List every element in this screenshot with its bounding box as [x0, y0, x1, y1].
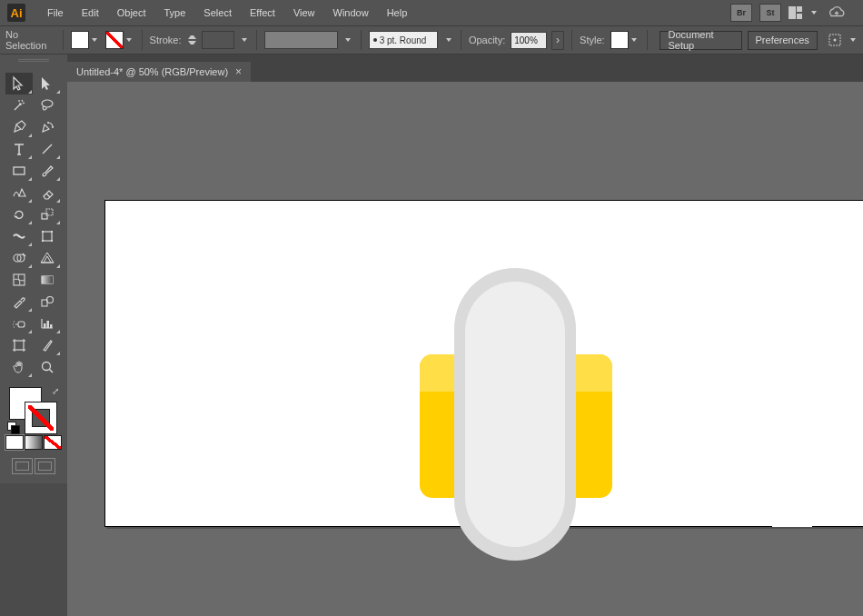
- variable-width-profile[interactable]: 3 pt. Round: [369, 31, 439, 49]
- arrange-documents-icon[interactable]: [789, 5, 819, 21]
- document-setup-button[interactable]: Document Setup: [660, 31, 741, 50]
- svg-point-12: [18, 235, 21, 238]
- width-tool[interactable]: [5, 225, 33, 247]
- screen-mode-button[interactable]: [35, 458, 55, 474]
- svg-rect-13: [43, 232, 52, 241]
- chevron-down-icon: [629, 32, 640, 48]
- color-mode-button[interactable]: [5, 435, 24, 450]
- selection-status: No Selection: [5, 29, 55, 51]
- graphic-style-swatch[interactable]: [610, 31, 640, 49]
- stroke-weight-stepper[interactable]: [188, 32, 196, 48]
- preferences-button[interactable]: Preferences: [748, 31, 818, 50]
- stroke-weight-field[interactable]: [202, 31, 233, 49]
- app-logo: Ai: [7, 4, 25, 22]
- stroke-profile-label: 3 pt. Round: [380, 35, 427, 45]
- rotate-tool[interactable]: [5, 204, 33, 225]
- svg-rect-16: [42, 240, 44, 242]
- style-label: Style:: [580, 35, 605, 45]
- eraser-tool[interactable]: [34, 182, 61, 204]
- direct-selection-tool[interactable]: [34, 73, 61, 94]
- svg-rect-29: [15, 341, 24, 350]
- document-tab-bar: Untitled-4* @ 50% (RGB/Preview) ×: [67, 55, 863, 82]
- curvature-tool[interactable]: [34, 116, 61, 138]
- gradient-mode-button[interactable]: [25, 435, 43, 450]
- symbol-sprayer-tool[interactable]: [5, 313, 33, 334]
- column-graph-tool[interactable]: [34, 313, 61, 334]
- artwork-pill-inner: [465, 282, 565, 547]
- line-segment-tool[interactable]: [34, 138, 61, 160]
- screen-mode-row: [0, 451, 67, 483]
- menu-file[interactable]: File: [38, 0, 73, 25]
- paintbrush-tool[interactable]: [34, 160, 61, 182]
- menu-help[interactable]: Help: [378, 0, 417, 25]
- chevron-down-icon[interactable]: [443, 32, 453, 48]
- menu-select[interactable]: Select: [194, 0, 241, 25]
- opacity-label: Opacity:: [469, 35, 505, 45]
- pen-tool[interactable]: [5, 116, 33, 138]
- canvas-area[interactable]: [67, 82, 863, 616]
- stroke-color-box[interactable]: [25, 402, 57, 434]
- svg-rect-15: [51, 231, 53, 233]
- fill-stroke-control[interactable]: ⤢: [6, 385, 61, 432]
- svg-point-6: [47, 122, 49, 124]
- free-transform-tool[interactable]: [34, 225, 61, 247]
- document-tab-title: Untitled-4* @ 50% (RGB/Preview): [76, 66, 228, 77]
- menu-view[interactable]: View: [284, 0, 324, 25]
- svg-point-7: [52, 126, 54, 128]
- shape-builder-tool[interactable]: [5, 247, 33, 269]
- color-mode-row: [0, 434, 67, 451]
- control-bar: No Selection Stroke: 3 pt. Round Opacity…: [0, 25, 863, 55]
- chevron-down-icon[interactable]: [848, 32, 858, 48]
- gradient-tool[interactable]: [34, 269, 61, 291]
- chevron-down-icon: [808, 5, 819, 21]
- eyedropper-tool[interactable]: [5, 291, 33, 313]
- mesh-tool[interactable]: [5, 269, 33, 291]
- sync-settings-icon[interactable]: [827, 5, 847, 20]
- slice-tool[interactable]: [34, 334, 61, 356]
- svg-rect-27: [47, 321, 50, 328]
- scale-tool[interactable]: [34, 204, 61, 225]
- svg-rect-0: [789, 6, 796, 19]
- magic-wand-tool[interactable]: [5, 94, 33, 116]
- selection-tool[interactable]: [5, 73, 33, 94]
- menu-edit[interactable]: Edit: [73, 0, 108, 25]
- menu-type[interactable]: Type: [155, 0, 195, 25]
- close-icon[interactable]: ×: [235, 65, 242, 78]
- stroke-swatch[interactable]: [105, 31, 134, 49]
- swap-fill-stroke-icon[interactable]: ⤢: [52, 386, 59, 396]
- svg-point-4: [833, 39, 836, 42]
- draw-mode-button[interactable]: [12, 458, 33, 474]
- zoom-tool[interactable]: [34, 356, 61, 378]
- menu-object[interactable]: Object: [108, 0, 155, 25]
- menu-bar: Ai File Edit Object Type Select Effect V…: [0, 0, 863, 25]
- artboard-tool[interactable]: [5, 334, 33, 356]
- chevron-down-icon[interactable]: [343, 32, 353, 48]
- chevron-down-icon: [89, 32, 100, 48]
- shaper-tool[interactable]: [5, 182, 33, 204]
- rectangle-tool[interactable]: [5, 160, 33, 182]
- chevron-down-icon[interactable]: [240, 32, 250, 48]
- type-tool[interactable]: [5, 138, 33, 160]
- opacity-flyout[interactable]: [551, 31, 564, 50]
- svg-rect-14: [42, 231, 44, 233]
- hand-tool[interactable]: [5, 356, 33, 378]
- none-mode-button[interactable]: [44, 435, 62, 450]
- opacity-field[interactable]: 100%: [511, 32, 547, 49]
- fill-swatch[interactable]: [71, 31, 100, 49]
- menu-window[interactable]: Window: [324, 0, 378, 25]
- align-to-button[interactable]: [827, 31, 843, 49]
- svg-rect-26: [44, 323, 46, 328]
- bridge-button[interactable]: Br: [730, 4, 752, 22]
- lasso-tool[interactable]: [34, 94, 61, 116]
- svg-line-31: [50, 370, 54, 373]
- svg-point-30: [43, 363, 51, 371]
- default-fill-stroke-icon[interactable]: [7, 422, 18, 432]
- blend-tool[interactable]: [34, 291, 61, 313]
- stock-button[interactable]: St: [759, 4, 781, 22]
- document-tab[interactable]: Untitled-4* @ 50% (RGB/Preview) ×: [67, 62, 251, 82]
- svg-rect-17: [51, 240, 53, 242]
- svg-rect-9: [14, 167, 25, 174]
- perspective-grid-tool[interactable]: [34, 247, 61, 269]
- brush-definition[interactable]: [264, 31, 338, 49]
- menu-effect[interactable]: Effect: [241, 0, 284, 25]
